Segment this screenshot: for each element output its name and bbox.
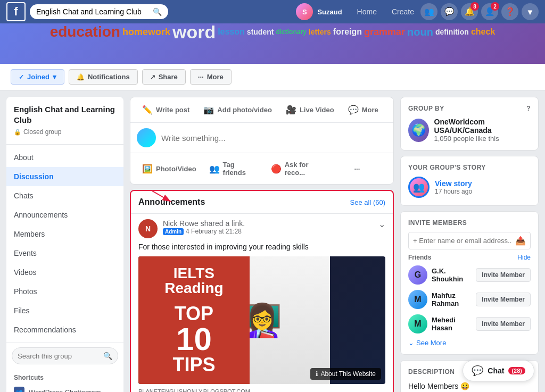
messenger-icon[interactable]: 💬 <box>441 3 458 20</box>
sidebar-item-discussion[interactable]: Discussion <box>6 167 123 186</box>
share-button[interactable]: ↗ Share <box>142 69 186 85</box>
live-icon: 🎥 <box>286 105 296 115</box>
post-time: 4 February at 21:28 <box>186 228 242 235</box>
notifications-icon[interactable]: 🔔 8 <box>461 3 478 20</box>
wc-foreign: foreign <box>333 27 362 37</box>
user-avatar: S <box>296 3 313 20</box>
invite-send-btn[interactable]: 📤 <box>515 236 526 246</box>
sidebar-item-announcements[interactable]: Announcements <box>6 205 123 224</box>
group-by-card: GROUP BY ? 🌍 OneWorldcom USA/UK/Canada 1… <box>400 97 539 151</box>
invite-btn-3[interactable]: Invite Member <box>476 317 531 331</box>
bell-icon: 🔔 <box>77 73 85 81</box>
search-group-box: 🔍 <box>12 347 118 364</box>
group-title: English Chat and Learning Club <box>6 97 123 127</box>
ielts-overlay: IELTSReading TOP 10 TIPS <box>138 256 250 384</box>
header-actions: ✓ Joined ▾ 🔔 Notifications ↗ Share ··· M… <box>0 64 545 90</box>
more-bottom-btn[interactable]: ··· <box>327 162 387 176</box>
group-by-help-icon[interactable]: ? <box>526 105 531 112</box>
announcement-post: N Nick Rowe shared a link. Admin 4 Febru… <box>131 213 393 392</box>
search-bar[interactable]: 🔍 <box>30 4 168 19</box>
nav-links: Home Create <box>351 3 420 20</box>
sidebar-item-photos[interactable]: Photos <box>6 282 123 301</box>
home-link[interactable]: Home <box>351 3 383 20</box>
more-button[interactable]: ··· More <box>190 69 232 85</box>
suggested-avatar-3: M <box>408 314 427 333</box>
lock-icon: 🔒 <box>14 129 21 136</box>
share-icon: ↗ <box>150 73 155 81</box>
sidebar-item-videos[interactable]: Videos <box>6 263 123 282</box>
sidebar-item-recommendations[interactable]: Recommendations <box>6 320 123 339</box>
sidebar-item-about[interactable]: About <box>6 148 123 167</box>
sidebar-item-members[interactable]: Members <box>6 224 123 244</box>
photo-video-btn[interactable]: 🖼️ Photo/Video <box>137 161 202 177</box>
wc-letters: letters <box>309 28 331 36</box>
invite-title: INVITE MEMBERS <box>408 219 531 227</box>
tips-text: TIPS <box>172 355 215 374</box>
hide-link[interactable]: Hide <box>517 254 531 261</box>
tag-friends-btn[interactable]: 👥 Tag friends <box>204 157 263 180</box>
live-video-btn[interactable]: 🎥 Live Video <box>280 102 340 118</box>
sidebar-item-chats[interactable]: Chats <box>6 186 123 205</box>
suggested-member-2: M Mahfuz Rahman Invite Member <box>408 290 531 309</box>
more-post-btn[interactable]: 💬 More <box>343 102 384 118</box>
invite-btn-1[interactable]: Invite Member <box>476 268 531 282</box>
group-by-title: GROUP BY ? <box>408 105 531 112</box>
chat-button[interactable]: 💬 Chat (28) <box>463 360 534 381</box>
wc-lesson: lesson <box>218 27 245 37</box>
about-website-btn[interactable]: ℹ About This Website <box>310 368 381 380</box>
write-post-btn[interactable]: ✏️ Write post <box>137 102 195 118</box>
invite-input[interactable] <box>413 237 512 245</box>
group-by-item: 🌍 OneWorldcom USA/UK/Canada 1,050 people… <box>408 118 531 143</box>
ann-post-info: Nick Rowe shared a link. Admin 4 Februar… <box>163 219 373 235</box>
shortcut-wordpress-chattogram[interactable]: 👥 WordPress Chattogram... <box>6 383 123 392</box>
sidebar-item-events[interactable]: Events <box>6 244 123 263</box>
facebook-logo[interactable]: f <box>6 2 26 21</box>
write-input-row <box>130 123 393 153</box>
poster-avatar <box>137 128 156 147</box>
poster-action: shared a link. <box>201 219 245 228</box>
notifications-button[interactable]: 🔔 Notifications <box>69 69 138 85</box>
add-photo-btn[interactable]: 📷 Add photo/video <box>198 102 277 118</box>
invite-btn-2[interactable]: Invite Member <box>476 293 531 306</box>
help-icon[interactable]: ❓ <box>501 3 518 20</box>
search-icon: 🔍 <box>153 7 162 16</box>
suggested-avatar-1: G <box>408 265 427 285</box>
top-10-tips: TOP 10 TIPS <box>172 304 215 374</box>
sidebar-item-files[interactable]: Files <box>6 301 123 320</box>
view-story-link[interactable]: View story <box>435 179 472 188</box>
top-navigation: f 🔍 S Suzaud Home Create 👥 💬 🔔 8 👤 2 ❓ ▼ <box>0 0 545 23</box>
wc-student: student <box>247 28 274 36</box>
write-input[interactable] <box>161 134 387 143</box>
search-group-input[interactable] <box>18 352 100 360</box>
search-input[interactable] <box>36 7 148 16</box>
shortcuts-title: Shortcuts <box>6 369 123 383</box>
admin-badge: Admin <box>163 228 184 235</box>
suggested-avatar-2: M <box>408 290 427 309</box>
ann-meta: Admin 4 February at 21:28 <box>163 228 373 235</box>
post-more-icon[interactable]: ⌄ <box>378 219 385 229</box>
tag-friends-icon: 👥 <box>209 164 220 174</box>
ask-reco-btn[interactable]: 🔴 Ask for reco... <box>266 157 325 180</box>
ann-text: For those interested in improving your r… <box>138 243 385 251</box>
poster-name-text: Nick Rowe <box>163 219 199 228</box>
nav-icons: 👥 💬 🔔 8 👤 2 ❓ ▼ <box>420 3 539 20</box>
friend-requests-icon[interactable]: 👤 2 <box>481 3 498 20</box>
suggested-title: Friends <box>408 254 431 261</box>
post-actions-bar: ✏️ Write post 📷 Add photo/video 🎥 Live V… <box>130 97 393 123</box>
create-link[interactable]: Create <box>385 3 420 20</box>
joined-button[interactable]: ✓ Joined ▾ <box>11 69 64 85</box>
more-options-icon[interactable]: ▼ <box>522 3 539 20</box>
friends-icon[interactable]: 👥 <box>420 3 437 20</box>
story-avatar: 👥 <box>408 177 430 198</box>
see-all-link[interactable]: See all (60) <box>350 198 385 206</box>
announcements-card: Announcements See all (60) N Nick Rowe s… <box>130 190 394 392</box>
ann-poster-name: Nick Rowe shared a link. <box>163 219 373 228</box>
ielts-reading-text: IELTSReading <box>164 266 223 296</box>
group-by-avatar: 🌍 <box>408 119 429 142</box>
write-icon: ✏️ <box>142 105 153 115</box>
group-by-name[interactable]: OneWorldcom USA/UK/Canada <box>434 118 531 135</box>
wc-check: check <box>471 27 495 37</box>
see-more-link[interactable]: ⌄ See More <box>408 339 531 347</box>
number-text: 10 <box>172 323 215 355</box>
ann-poster-avatar: N <box>138 219 158 238</box>
